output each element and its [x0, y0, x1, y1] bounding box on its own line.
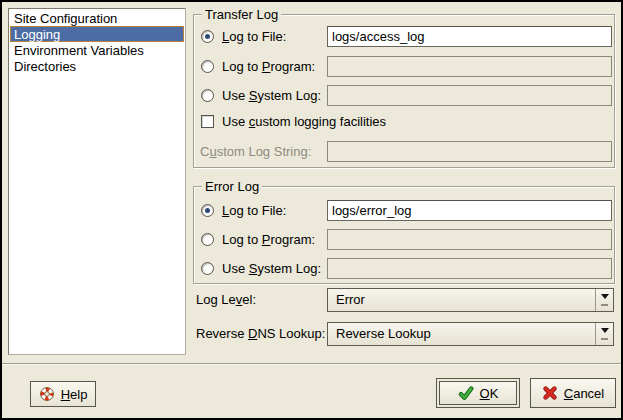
error-use-system-log-label[interactable]: Use System Log: — [222, 261, 321, 276]
custom-log-string-label: Custom Log String: — [200, 141, 311, 162]
sidebar-item-directories[interactable]: Directories — [10, 58, 184, 74]
sidebar-item-site-configuration[interactable]: Site Configuration — [10, 10, 184, 26]
ok-button[interactable]: OK — [439, 381, 517, 405]
help-button[interactable]: Help — [30, 381, 96, 407]
help-button-label: Help — [61, 387, 88, 402]
reverse-dns-label: Reverse DNS Lookup: — [196, 322, 325, 346]
error-log-to-program-radio[interactable] — [201, 233, 214, 246]
transfer-log-to-file-row: Log to File: — [201, 26, 286, 47]
log-level-value: Error — [328, 289, 595, 311]
reverse-dns-value: Reverse Lookup — [328, 323, 595, 345]
error-log-to-program-label[interactable]: Log to Program: — [222, 232, 315, 247]
transfer-system-log-input — [327, 85, 612, 106]
help-lifebuoy-icon — [39, 386, 55, 402]
category-list: Site Configuration Logging Environment V… — [8, 8, 186, 355]
reverse-dns-combo[interactable]: Reverse Lookup — [327, 322, 614, 346]
error-use-system-log-row: Use System Log: — [201, 258, 321, 279]
transfer-log-group-title: Transfer Log — [202, 7, 281, 22]
transfer-log-to-file-label[interactable]: Log to File: — [222, 29, 286, 44]
transfer-use-system-log-label[interactable]: Use System Log: — [222, 88, 321, 103]
ok-button-default-ring: OK — [436, 378, 520, 408]
error-log-group-title: Error Log — [202, 179, 262, 194]
cancel-x-icon — [542, 385, 558, 401]
bottom-separator — [2, 363, 621, 365]
custom-log-string-input — [327, 141, 612, 162]
cancel-button-label: Cancel — [564, 386, 604, 401]
error-log-to-file-label[interactable]: Log to File: — [222, 203, 286, 218]
use-custom-facilities-label[interactable]: Use custom logging facilities — [222, 114, 386, 129]
sidebar-item-environment-variables[interactable]: Environment Variables — [10, 42, 184, 58]
chevron-down-icon — [601, 294, 609, 303]
transfer-log-to-program-label[interactable]: Log to Program: — [222, 59, 315, 74]
cancel-button[interactable]: Cancel — [530, 378, 616, 408]
transfer-log-to-file-radio[interactable] — [201, 30, 214, 43]
transfer-log-to-program-row: Log to Program: — [201, 56, 315, 77]
use-custom-facilities-checkbox[interactable] — [201, 115, 214, 128]
transfer-log-file-input[interactable] — [327, 26, 612, 47]
ok-button-label: OK — [480, 386, 499, 401]
log-level-dropdown-button[interactable] — [595, 289, 613, 311]
error-log-to-file-row: Log to File: — [201, 200, 286, 221]
log-level-label: Log Level: — [196, 288, 256, 312]
ok-check-icon — [458, 385, 474, 401]
error-log-file-input[interactable] — [327, 200, 612, 221]
transfer-use-system-log-radio[interactable] — [201, 89, 214, 102]
transfer-use-system-log-row: Use System Log: — [201, 85, 321, 106]
reverse-dns-dropdown-button[interactable] — [595, 323, 613, 345]
custom-facilities-row: Use custom logging facilities — [201, 112, 386, 130]
transfer-log-program-input — [327, 56, 612, 77]
transfer-log-to-program-radio[interactable] — [201, 60, 214, 73]
error-system-log-input — [327, 258, 612, 279]
error-log-to-file-radio[interactable] — [201, 204, 214, 217]
error-log-to-program-row: Log to Program: — [201, 229, 315, 250]
error-use-system-log-radio[interactable] — [201, 262, 214, 275]
error-log-program-input — [327, 229, 612, 250]
log-level-combo[interactable]: Error — [327, 288, 614, 312]
chevron-down-icon — [601, 328, 609, 337]
sidebar-item-logging[interactable]: Logging — [10, 26, 184, 42]
